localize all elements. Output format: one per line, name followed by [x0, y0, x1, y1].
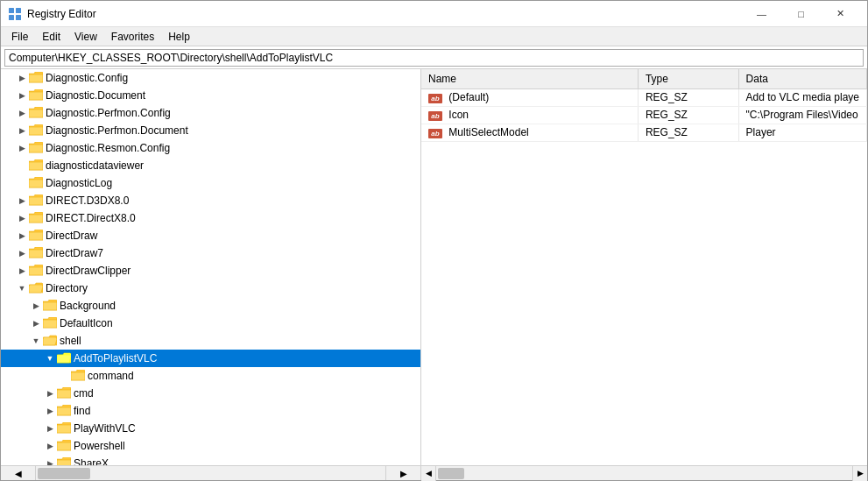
tree-label: ShareX: [74, 457, 109, 465]
address-input[interactable]: [4, 49, 864, 67]
titlebar: Registry Editor — □ ✕: [1, 1, 867, 27]
tree-hscroll[interactable]: ◀ ▶: [1, 466, 421, 480]
table-row[interactable]: ab Icon REG_SZ "C:\Program Files\Video: [421, 106, 867, 124]
tree-item-addtoplaylistvlc[interactable]: ▼ AddToPlaylistVLC: [1, 350, 420, 367]
tree-item-diag-document[interactable]: ▶ Diagnostic.Document: [1, 87, 420, 104]
tree-label: Directory: [46, 282, 88, 294]
tree-item-diagnosticlog[interactable]: DiagnosticLog: [1, 174, 420, 192]
tree-label: Diagnostic.Perfmon.Document: [46, 124, 188, 137]
expand-icon[interactable]: ▶: [15, 106, 29, 120]
tree-item-background[interactable]: ▶ Background: [1, 297, 420, 315]
tree-item-powershell[interactable]: ▶ Powershell: [1, 437, 420, 455]
details-hscroll-thumb[interactable]: [438, 468, 464, 479]
tree-item-shell[interactable]: ▼ shell: [1, 332, 420, 350]
tree-label: AddToPlaylistVLC: [74, 352, 157, 364]
tree-label: PlayWithVLC: [74, 422, 136, 435]
folder-icon: [29, 177, 43, 189]
tree-label: Diagnostic.Config: [46, 72, 128, 84]
tree-item-diagdataviewer[interactable]: diagnosticdataviewer: [1, 157, 420, 174]
reg-type-icon: ab: [428, 111, 442, 121]
menu-help[interactable]: Help: [161, 29, 197, 45]
details-table: Name Type Data ab (Default) REG_SZ Add t…: [421, 69, 867, 142]
tree-item-diag-perfmon-config[interactable]: ▶ Diagnostic.Perfmon.Config: [1, 104, 420, 122]
expand-icon[interactable]: ▼: [29, 334, 43, 348]
details-hscroll[interactable]: ◀ ▶: [421, 466, 867, 480]
expand-icon[interactable]: ▶: [43, 404, 57, 418]
row-type: REG_SZ: [638, 88, 738, 106]
bottom-scrollbar-area: ◀ ▶ ◀ ▶: [1, 465, 867, 480]
menu-view[interactable]: View: [67, 29, 104, 45]
svg-rect-0: [9, 8, 14, 13]
tree-label: DIRECT.DirectX8.0: [46, 212, 136, 224]
tree-label: find: [74, 405, 90, 417]
tree-item-directory[interactable]: ▼ Directory: [1, 279, 420, 297]
maximize-button[interactable]: □: [781, 1, 821, 27]
scroll-left-btn2[interactable]: ◀: [421, 466, 436, 481]
minimize-button[interactable]: —: [742, 1, 781, 27]
folder-icon-open: [57, 352, 71, 364]
col-header-name[interactable]: Name: [421, 69, 638, 88]
tree-pane[interactable]: ▶ Diagnostic.Config ▶ Diagnostic.Documen…: [1, 69, 421, 465]
col-header-type[interactable]: Type: [638, 69, 738, 88]
folder-icon: [29, 142, 43, 154]
tree-item-directdraw[interactable]: ▶ DirectDraw: [1, 227, 420, 244]
expand-icon[interactable]: ▶: [15, 141, 29, 155]
scroll-right-btn2[interactable]: ▶: [852, 466, 867, 481]
expand-icon[interactable]: ▶: [15, 71, 29, 85]
menu-favorites[interactable]: Favorites: [104, 29, 161, 45]
expand-icon[interactable]: ▶: [15, 88, 29, 103]
tree-label: cmd: [74, 387, 94, 400]
scroll-right-btn[interactable]: ▶: [385, 466, 420, 480]
tree-item-directdraw7[interactable]: ▶ DirectDraw7: [1, 244, 420, 262]
close-button[interactable]: ✕: [821, 1, 860, 27]
tree-item-diag-perfmon-document[interactable]: ▶ Diagnostic.Perfmon.Document: [1, 122, 420, 139]
folder-icon: [29, 265, 43, 277]
folder-icon: [29, 89, 43, 102]
tree-item-diag-config[interactable]: ▶ Diagnostic.Config: [1, 69, 420, 87]
expand-icon[interactable]: ▶: [15, 124, 29, 138]
folder-icon: [57, 405, 71, 417]
row-name: ab MultiSelectModel: [421, 124, 638, 141]
expand-icon[interactable]: ▶: [29, 316, 43, 330]
expand-icon[interactable]: ▶: [15, 229, 29, 243]
expand-icon[interactable]: ▶: [15, 194, 29, 208]
row-type: REG_SZ: [638, 124, 738, 141]
tree-item-direct-directx8[interactable]: ▶ DIRECT.DirectX8.0: [1, 209, 420, 227]
tree-label: shell: [60, 335, 81, 347]
expand-icon[interactable]: ▶: [43, 386, 57, 400]
menu-edit[interactable]: Edit: [35, 29, 67, 45]
expand-icon[interactable]: ▶: [43, 421, 57, 435]
menu-file[interactable]: File: [4, 29, 35, 45]
tree-item-cmd[interactable]: ▶ cmd: [1, 385, 420, 402]
expand-icon[interactable]: ▼: [15, 281, 29, 295]
folder-icon: [29, 247, 43, 259]
expand-icon[interactable]: ▶: [15, 246, 29, 260]
tree-item-defaulticon[interactable]: ▶ DefaultIcon: [1, 315, 420, 332]
expand-icon[interactable]: ▶: [43, 439, 57, 453]
tree-hscroll-thumb[interactable]: [38, 468, 90, 479]
expand-icon[interactable]: ▶: [15, 211, 29, 225]
tree-item-diag-resmon-config[interactable]: ▶ Diagnostic.Resmon.Config: [1, 139, 420, 157]
table-row[interactable]: ab MultiSelectModel REG_SZ Player: [421, 124, 867, 141]
folder-icon: [71, 370, 85, 382]
tree-item-playwithvlc[interactable]: ▶ PlayWithVLC: [1, 420, 420, 437]
tree-item-directdrawclipper[interactable]: ▶ DirectDrawClipper: [1, 262, 420, 279]
expand-icon[interactable]: ▶: [43, 456, 57, 465]
folder-icon: [29, 72, 43, 84]
details-pane[interactable]: Name Type Data ab (Default) REG_SZ Add t…: [421, 69, 867, 465]
expand-icon[interactable]: ▶: [15, 264, 29, 278]
expand-icon[interactable]: ▼: [43, 351, 57, 365]
tree-item-command[interactable]: command: [1, 367, 420, 385]
tree-label: DirectDraw: [46, 230, 97, 242]
expand-icon[interactable]: ▶: [29, 299, 43, 313]
col-header-data[interactable]: Data: [738, 69, 866, 88]
tree-item-direct-d3dx8[interactable]: ▶ DIRECT.D3DX8.0: [1, 192, 420, 209]
tree-item-find[interactable]: ▶ find: [1, 402, 420, 420]
tree-label: DirectDraw7: [46, 247, 103, 259]
tree-item-sharex[interactable]: ▶ ShareX: [1, 455, 420, 465]
folder-icon: [29, 195, 43, 207]
window-controls: — □ ✕: [742, 1, 860, 27]
scroll-left-btn[interactable]: ◀: [1, 466, 36, 480]
table-row[interactable]: ab (Default) REG_SZ Add to VLC media pla…: [421, 88, 867, 106]
window-title: Registry Editor: [27, 8, 742, 20]
